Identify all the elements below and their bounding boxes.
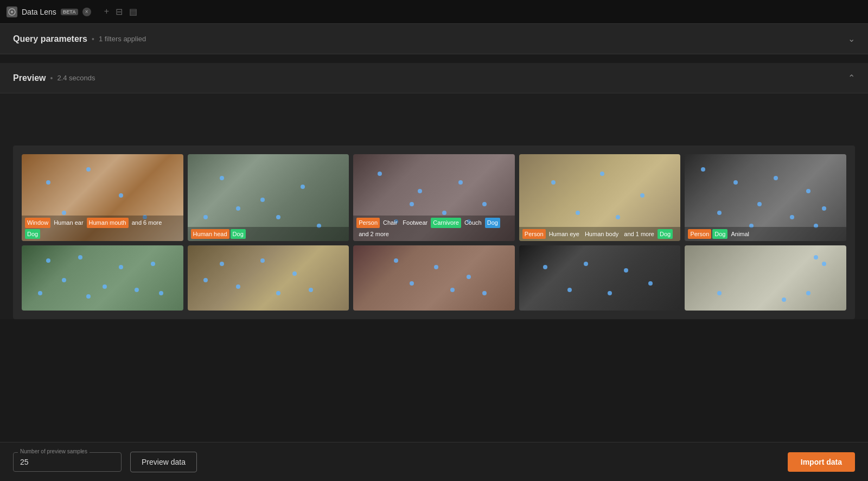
image-labels: Window Human ear Human mouth and 6 more …	[22, 216, 183, 241]
preview-data-button[interactable]: Preview data	[130, 452, 197, 472]
tab-close-button[interactable]: ×	[82, 8, 91, 16]
label-tag: Person	[522, 229, 546, 239]
label-tag: Human mouth	[87, 218, 129, 228]
top-bar: Data Lens BETA × + ⊟ ▤	[0, 0, 868, 24]
samples-value: 25	[20, 458, 29, 466]
preview-title: Preview	[13, 73, 46, 83]
label-tag: Human head	[191, 229, 229, 239]
split-view-icon[interactable]: ⊟	[116, 7, 123, 17]
image-card[interactable]: Person Human eye Human body and 1 more D…	[519, 154, 681, 241]
label-tag: Dog	[231, 229, 246, 239]
image-card[interactable]: Person Chair Footwear Carnivore Couch Do…	[353, 154, 515, 241]
image-labels: Person Dog Animal	[685, 227, 846, 242]
app-icon	[7, 7, 17, 17]
label-tag: Dog	[658, 229, 673, 239]
label-tag: Human eye	[547, 229, 582, 239]
image-placeholder	[22, 245, 183, 311]
filters-applied-text: 1 filters applied	[99, 35, 146, 43]
label-tag: Chair	[381, 218, 399, 228]
label-tag: Animal	[729, 229, 751, 239]
label-tag: Human body	[583, 229, 621, 239]
image-placeholder	[685, 245, 846, 311]
dots-overlay	[22, 245, 183, 311]
query-params-section-header[interactable]: Query parameters • 1 filters applied ⌄	[0, 24, 868, 54]
beta-badge: BETA	[61, 9, 78, 15]
preview-time: 2.4 seconds	[57, 74, 95, 82]
import-data-button[interactable]: Import data	[788, 452, 855, 472]
image-card[interactable]	[22, 245, 183, 311]
label-tag: Dog	[485, 218, 500, 228]
preview-section: Preview • 2.4 seconds ⌃ Zoom level	[0, 63, 868, 319]
label-tag: Dog	[712, 229, 727, 239]
label-tag: Person	[688, 229, 711, 239]
image-labels: Person Chair Footwear Carnivore Couch Do…	[353, 216, 515, 241]
layout-icon[interactable]: ▤	[129, 7, 137, 17]
image-card[interactable]	[519, 245, 681, 311]
label-tag: and 2 more	[356, 229, 391, 239]
app-title: Data Lens	[22, 8, 56, 16]
image-card[interactable]: Human head Dog	[188, 154, 349, 241]
label-tag: and 6 more	[130, 218, 164, 228]
label-tag: Dog	[25, 229, 40, 239]
image-card[interactable]	[685, 245, 846, 311]
label-tag: Footwear	[400, 218, 430, 228]
image-card[interactable]: Window Human ear Human mouth and 6 more …	[22, 154, 183, 241]
label-tag: Couch	[462, 218, 484, 228]
image-card[interactable]	[188, 245, 349, 311]
dots-overlay	[685, 245, 846, 311]
preview-dot: •	[50, 74, 53, 83]
bottom-bar: Number of preview samples 25 Preview dat…	[0, 442, 868, 481]
dots-overlay	[519, 245, 681, 311]
label-tag: Window	[25, 218, 50, 228]
dots-overlay	[353, 245, 515, 311]
samples-input-wrapper: Number of preview samples 25	[13, 452, 122, 472]
preview-chevron-icon: ⌃	[848, 73, 855, 83]
preview-section-header[interactable]: Preview • 2.4 seconds ⌃	[0, 63, 868, 93]
image-card[interactable]	[353, 245, 515, 311]
query-params-dot: •	[92, 35, 94, 43]
svg-point-1	[11, 11, 13, 13]
query-params-chevron-icon: ⌄	[848, 34, 855, 44]
image-grid-container: Window Human ear Human mouth and 6 more …	[13, 145, 855, 319]
query-params-title: Query parameters	[13, 34, 87, 44]
image-labels: Person Human eye Human body and 1 more D…	[519, 227, 681, 242]
samples-label: Number of preview samples	[18, 448, 90, 454]
image-placeholder	[188, 245, 349, 311]
image-grid: Window Human ear Human mouth and 6 more …	[22, 154, 846, 311]
label-tag: and 1 more	[622, 229, 656, 239]
add-tab-icon[interactable]: +	[104, 7, 109, 17]
label-tag: Person	[356, 218, 380, 228]
label-tag: Carnivore	[431, 218, 461, 228]
image-placeholder	[353, 245, 515, 311]
top-bar-icons: + ⊟ ▤	[104, 7, 137, 17]
content-area: Query parameters • 1 filters applied ⌄ P…	[0, 24, 868, 442]
image-labels: Human head Dog	[188, 227, 349, 242]
image-card[interactable]: Person Dog Animal	[685, 154, 846, 241]
image-placeholder	[519, 245, 681, 311]
label-tag: Human ear	[52, 218, 85, 228]
dots-overlay	[188, 245, 349, 311]
